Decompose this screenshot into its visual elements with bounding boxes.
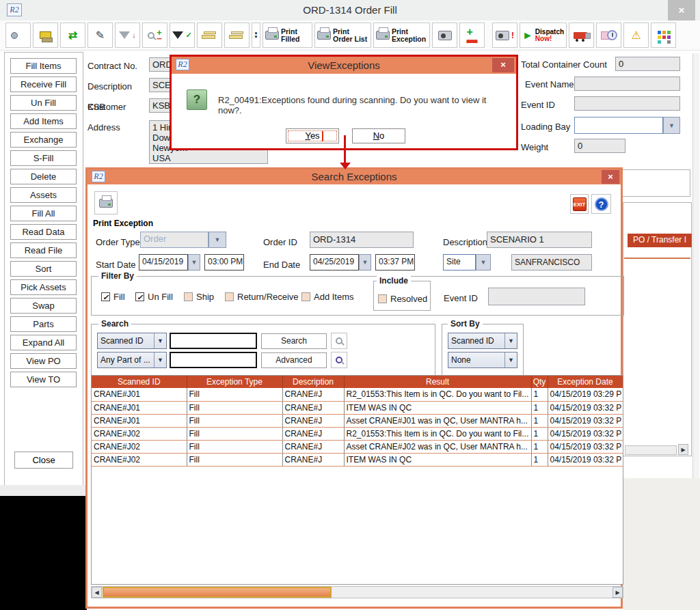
sidebar-button[interactable]: Exchange	[10, 132, 77, 148]
sidebar-button[interactable]: Pick Assets	[10, 279, 77, 295]
print-order-list-button[interactable]: Print Order List	[314, 23, 371, 48]
print-filled-button[interactable]: Print Filled	[262, 23, 312, 48]
find-button[interactable]	[5, 23, 31, 48]
column-header[interactable]: Description	[282, 376, 344, 388]
sort-stack-button[interactable]	[197, 23, 222, 48]
site-name-field[interactable]: SANFRANCISCO	[511, 254, 592, 271]
exception-report-button[interactable]: ⚠	[623, 23, 649, 48]
table-row[interactable]: CRANE#J01FillCRANE#JR2_01553:This Item i…	[92, 388, 623, 401]
print-exception-button[interactable]	[94, 191, 118, 214]
column-header[interactable]: Scanned ID	[92, 376, 187, 388]
sort2-combo[interactable]: None▼	[448, 352, 517, 368]
print-exception-button[interactable]: Print Exception	[373, 23, 430, 48]
background-scroll-right[interactable]: ▶	[678, 444, 688, 455]
help-button[interactable]: ?	[591, 194, 611, 214]
search-field2-combo[interactable]: Any Part of ...▼	[97, 352, 167, 368]
exit-button[interactable]: EXIT	[570, 194, 589, 214]
sidebar-button[interactable]: Swap	[10, 298, 77, 314]
sidebar-button[interactable]: Un Fill	[10, 95, 77, 111]
sidebar-button[interactable]: Fill Items	[10, 58, 77, 74]
sidebar-button[interactable]: Assets	[10, 187, 77, 203]
scan-alert-button[interactable]: !	[492, 23, 517, 48]
sidebar-button[interactable]: Fill All	[10, 206, 77, 221]
column-header[interactable]: Exception Date	[548, 376, 623, 388]
background-scrollbar-track[interactable]	[625, 445, 677, 455]
column-header[interactable]: Exception Type	[187, 376, 282, 388]
order-id-field[interactable]: ORD-1314	[310, 232, 414, 248]
end-date-field[interactable]: 04/25/2019	[310, 254, 359, 271]
scroll-right-arrow[interactable]: ▶	[612, 587, 623, 598]
sort1-combo[interactable]: Scanned ID▼	[448, 333, 517, 349]
end-time-field[interactable]: 03:37 PM	[375, 254, 415, 271]
pick-button[interactable]	[33, 23, 58, 48]
stack-alt-button[interactable]	[224, 23, 250, 48]
search-lookup-button[interactable]	[331, 333, 347, 349]
table-row[interactable]: CRANE#J02FillCRANE#JR2_01553:This Item i…	[92, 427, 623, 440]
loading-bay-dropdown[interactable]: ▼	[663, 117, 680, 134]
sidebar-button[interactable]: Read File	[10, 242, 77, 258]
order-type-combo[interactable]: Order	[140, 232, 208, 248]
close-button[interactable]: ×	[492, 58, 514, 72]
scrollbar-thumb[interactable]	[103, 587, 332, 598]
schedule-button[interactable]	[596, 23, 621, 48]
zoom-button[interactable]: +−	[142, 23, 167, 48]
search-field1-combo[interactable]: Scanned ID▼	[97, 333, 167, 349]
checkbox-icon	[378, 294, 387, 303]
site-dropdown[interactable]: ▼	[476, 254, 491, 271]
ship-button[interactable]	[569, 23, 594, 48]
close-button[interactable]: ×	[668, 0, 695, 20]
sidebar-button[interactable]: Expand All	[10, 335, 77, 350]
table-row[interactable]: CRANE#J02FillCRANE#JITEM WAS IN QC104/15…	[92, 453, 623, 466]
add-remove-button[interactable]: +▬	[459, 23, 485, 48]
search-input2[interactable]	[170, 352, 257, 368]
column-header[interactable]: Qty	[531, 376, 548, 388]
include-resolved-checkbox[interactable]: Resolved	[378, 294, 427, 304]
table-row[interactable]: CRANE#J01FillCRANE#JAsset CRANE#J01 was …	[92, 414, 623, 427]
start-time-field[interactable]: 03:00 PM	[204, 254, 244, 271]
filter-return-receive-checkbox[interactable]: Return/Receive	[225, 292, 299, 302]
sidebar-button[interactable]: Parts	[10, 316, 77, 332]
main-vertical-scrollbar[interactable]	[692, 53, 699, 478]
table-hscrollbar[interactable]: ◀ ▶	[91, 586, 623, 598]
multi-select-button[interactable]	[651, 23, 676, 48]
filter-ship-checkbox[interactable]: Ship	[184, 292, 214, 302]
sidebar-button[interactable]: Add Items	[10, 113, 77, 129]
start-date-dropdown[interactable]: ▼	[188, 254, 200, 271]
sidebar-button[interactable]: Read Data	[10, 224, 77, 240]
scan-button[interactable]	[432, 23, 457, 48]
sidebar-button[interactable]: View TO	[10, 372, 77, 387]
column-header[interactable]: Result	[344, 376, 531, 388]
stack-dropdown-button[interactable]: ▼▼	[252, 23, 260, 48]
order-type-dropdown[interactable]: ▼	[208, 232, 226, 248]
loading-bay-field[interactable]	[574, 117, 663, 134]
table-row[interactable]: CRANE#J01FillCRANE#JITEM WAS IN QC104/15…	[92, 401, 623, 414]
edit-button[interactable]: ✎	[88, 23, 113, 48]
dispatch-now-button[interactable]: ►DispatchNow!	[520, 23, 567, 48]
filter-add-items-checkbox[interactable]: Add Items	[301, 292, 354, 302]
sidebar-button[interactable]: Sort	[10, 261, 77, 277]
sidebar-button[interactable]: View PO	[10, 353, 77, 369]
close-button[interactable]: ×	[602, 170, 619, 184]
alert-icon: !	[511, 30, 514, 40]
sidebar-button[interactable]: S-Fill	[10, 150, 77, 166]
search-button[interactable]: Search	[261, 333, 327, 349]
filter-fill-checkbox[interactable]: Fill	[101, 292, 125, 302]
sidebar-button[interactable]: Receive Fill	[10, 77, 77, 92]
sidebar-button[interactable]: Delete	[10, 169, 77, 184]
scroll-left-arrow[interactable]: ◀	[92, 587, 102, 598]
refresh-button[interactable]: ⇄	[60, 23, 85, 48]
search-input1[interactable]	[170, 333, 257, 349]
table-row[interactable]: CRANE#J02FillCRANE#JAsset CRANE#J02 was …	[92, 440, 623, 453]
filter-ok-button[interactable]: ✓	[170, 23, 195, 48]
search-window-titlebar: R2 Search Exceptions ×	[88, 169, 621, 184]
filter-unfill-checkbox[interactable]: Un Fill	[135, 292, 173, 302]
advanced-lookup-button[interactable]	[331, 352, 347, 368]
filter-down-button[interactable]: ↓	[115, 23, 140, 48]
end-date-dropdown[interactable]: ▼	[359, 254, 371, 271]
yes-button[interactable]: Yes	[286, 128, 339, 143]
close-order-button[interactable]: Close	[14, 452, 73, 469]
site-combo[interactable]: Site	[443, 254, 476, 271]
advanced-button[interactable]: Advanced	[261, 352, 327, 368]
no-button[interactable]: No	[352, 128, 405, 143]
start-date-field[interactable]: 04/15/2019	[139, 254, 188, 271]
